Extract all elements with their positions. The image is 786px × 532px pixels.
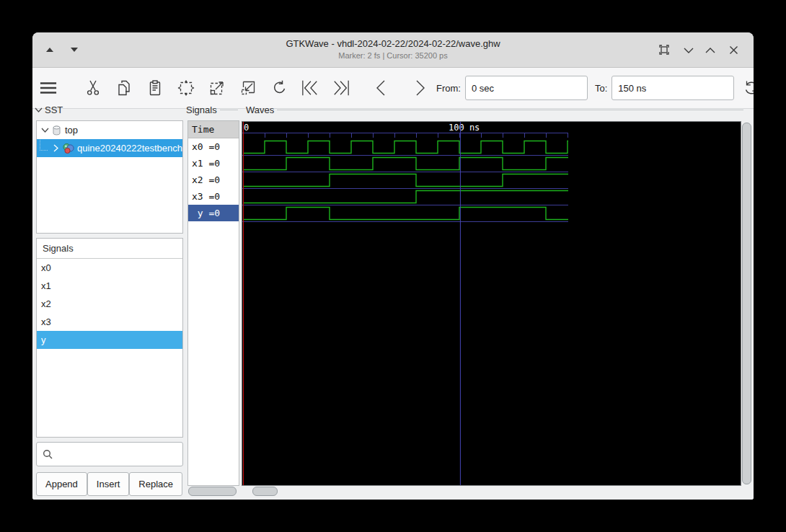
signals-frame-label: Signals	[186, 105, 217, 115]
cut-icon	[86, 80, 100, 96]
from-input[interactable]	[465, 76, 588, 100]
zoom-in-button[interactable]	[208, 79, 226, 97]
module-icon	[51, 125, 62, 136]
zoom-fit-button[interactable]	[177, 79, 195, 97]
list-item-x0[interactable]: x0	[37, 259, 182, 277]
list-item-y[interactable]: y	[37, 331, 182, 349]
undo-icon	[271, 80, 287, 96]
tree-item-testbench[interactable]: quine20240222testbench	[37, 139, 182, 157]
chevron-down-icon	[684, 47, 694, 53]
window-bottom-strip	[32, 496, 754, 500]
desktop: { "window": { "title": "GTKWave - vhdl-2…	[0, 0, 786, 532]
undo-button[interactable]	[270, 79, 288, 97]
zoom-in-icon	[209, 80, 225, 96]
list-item-x2[interactable]: x2	[37, 295, 182, 313]
menu-button[interactable]	[40, 79, 57, 97]
waves-frame-label: Waves	[246, 105, 274, 115]
wave-hscrollbar[interactable]	[252, 487, 276, 495]
chevron-right-icon	[415, 79, 426, 97]
signal-names-panel: Time x0 =0 x1 =0 x2 =0 x3 =0 y =0	[187, 120, 239, 486]
signal-row-x0[interactable]: x0 =0	[188, 138, 239, 155]
toolbar: From: To:	[32, 68, 754, 109]
frame-line	[277, 110, 743, 110]
insert-button[interactable]: Insert	[87, 472, 130, 496]
signal-search[interactable]	[36, 442, 183, 466]
vhdl-entity-icon	[62, 143, 74, 154]
signals-frame-header: Signals	[186, 105, 238, 115]
search-icon	[43, 449, 53, 459]
titlebar: GTKWave - vhdl-2024-02-22/2024-02-22/wav…	[32, 32, 754, 68]
waves-frame-header: Waves	[246, 105, 743, 115]
sst-frame-header: SST	[35, 105, 182, 115]
signal-row-y[interactable]: y =0	[188, 205, 239, 221]
sst-tree: top quine20240222testbench	[36, 120, 183, 234]
maximize-button[interactable]	[702, 41, 719, 58]
list-item-x3[interactable]: x3	[37, 313, 182, 331]
chevron-up-icon	[705, 47, 715, 53]
list-item-x1[interactable]: x1	[37, 277, 182, 295]
svg-text:100 ns: 100 ns	[449, 123, 480, 133]
gtkwave-window: GTKWave - vhdl-2024-02-22/2024-02-22/wav…	[32, 32, 754, 500]
copy-icon	[117, 80, 131, 96]
signals-list-header: Signals	[37, 239, 182, 259]
signal-row-x1[interactable]: x1 =0	[188, 155, 239, 172]
to-start-button[interactable]	[301, 79, 319, 97]
zoom-out-button[interactable]	[239, 79, 257, 97]
wave-vscrollbar[interactable]	[742, 123, 750, 483]
close-icon	[729, 45, 738, 55]
frame-line	[220, 110, 238, 110]
svg-text:0: 0	[244, 123, 249, 133]
names-hscrollbar[interactable]	[188, 487, 237, 495]
close-button[interactable]	[725, 41, 742, 58]
window-title: GTKWave - vhdl-2024-02-22/2024-02-22/wav…	[32, 38, 754, 49]
reload-icon	[743, 79, 754, 97]
time-header: Time	[188, 121, 239, 138]
zoom-out-icon	[240, 80, 256, 96]
fullscreen-button[interactable]	[655, 41, 673, 58]
window-subtitle: Marker: 2 fs | Cursor: 35200 ps	[32, 51, 754, 60]
to-input[interactable]	[611, 76, 734, 100]
to-label: To:	[595, 83, 607, 94]
cut-button[interactable]	[84, 79, 102, 97]
paste-icon	[148, 80, 162, 96]
waveform-plot: 0100 ns	[242, 122, 741, 485]
expander-down-icon[interactable]	[40, 128, 50, 133]
sst-collapse-chevron-icon[interactable]	[35, 107, 43, 112]
signal-buttons: Append Insert Replace	[36, 472, 182, 496]
to-end-button[interactable]	[332, 79, 350, 97]
signals-list-panel: Signals x0 x1 x2 x3 y	[36, 238, 183, 438]
fullscreen-icon	[658, 44, 670, 56]
signal-row-x3[interactable]: x3 =0	[188, 188, 239, 205]
skip-to-start-icon	[301, 79, 319, 97]
zoom-fit-icon	[177, 80, 195, 96]
reload-button[interactable]	[743, 79, 754, 97]
copy-button[interactable]	[115, 79, 133, 97]
step-right-button[interactable]	[412, 79, 429, 97]
skip-to-end-icon	[332, 79, 350, 97]
tree-item-label: quine20240222testbench	[77, 143, 182, 154]
chevron-left-icon	[375, 79, 387, 97]
tree-item-top[interactable]: top	[37, 121, 182, 139]
replace-button[interactable]: Replace	[129, 472, 182, 496]
waveform-canvas[interactable]: 0100 ns	[242, 121, 741, 486]
expander-right-icon[interactable]	[50, 144, 61, 152]
paste-button[interactable]	[146, 79, 164, 97]
sst-header-label: SST	[45, 105, 63, 115]
menu-icon	[40, 81, 57, 95]
from-label: From:	[436, 83, 461, 94]
signal-row-x2[interactable]: x2 =0	[188, 172, 239, 188]
tree-guide-line	[40, 140, 48, 151]
tree-item-label: top	[65, 125, 78, 136]
append-button[interactable]: Append	[36, 472, 87, 496]
step-left-button[interactable]	[372, 79, 389, 97]
search-input[interactable]	[53, 442, 182, 466]
minimize-button[interactable]	[680, 41, 697, 58]
